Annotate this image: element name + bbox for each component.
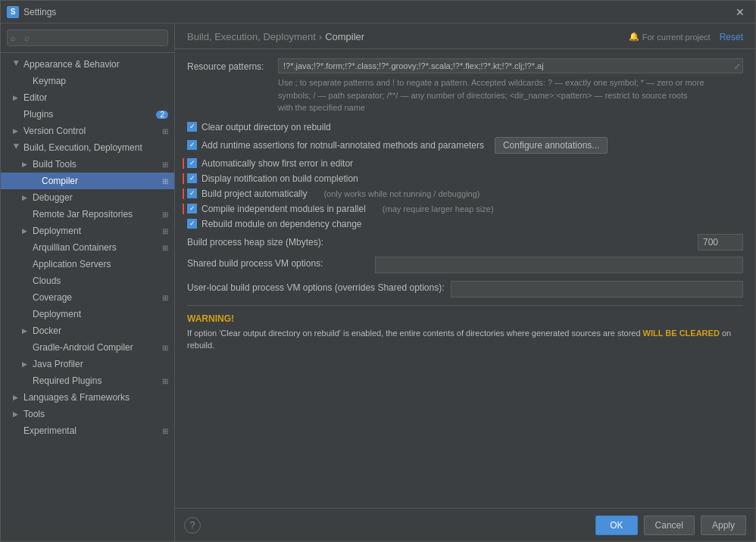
add-runtime-checkbox[interactable] xyxy=(187,140,197,150)
sidebar-item-label: Plugins xyxy=(23,109,53,120)
user-local-vm-input[interactable] xyxy=(451,281,744,297)
sidebar-item-label: Gradle-Android Compiler xyxy=(33,342,133,353)
settings-window: S Settings ✕ ⌕ ▶ Appearance & Behavior xyxy=(0,0,756,542)
sidebar-item-debugger[interactable]: ▶ Debugger xyxy=(1,189,174,206)
sidebar-item-arquillian[interactable]: Arquillian Containers ⊞ xyxy=(1,239,174,256)
sidebar-item-label: Build Tools xyxy=(33,159,77,170)
expand-icon: ⤢ xyxy=(734,62,740,70)
sidebar-item-label: Deployment xyxy=(33,309,81,319)
resource-patterns-input[interactable] xyxy=(278,58,743,73)
sidebar-item-gradle-android[interactable]: Gradle-Android Compiler ⊞ xyxy=(1,339,174,356)
arquillian-icon: ⊞ xyxy=(162,244,168,252)
sidebar-item-label: Java Profiler xyxy=(33,359,83,369)
add-runtime-row: Add runtime assertions for notnull-annot… xyxy=(187,137,743,154)
display-notif-checkbox[interactable] xyxy=(187,173,197,183)
sidebar-item-appearance[interactable]: ▶ Appearance & Behavior xyxy=(1,56,174,73)
sidebar-item-build-execution[interactable]: ▶ Build, Execution, Deployment xyxy=(1,139,174,156)
sidebar-item-plugins[interactable]: Plugins 2 xyxy=(1,106,174,123)
configure-annotations-button[interactable]: Configure annotations... xyxy=(495,137,608,154)
version-control-icon: ⊞ xyxy=(162,127,168,136)
resource-input-wrapper: ⤢ xyxy=(278,58,743,73)
remote-jar-icon: ⊞ xyxy=(162,210,168,219)
search-box: ⌕ xyxy=(1,23,174,53)
breadcrumb-arrow: › xyxy=(319,31,322,42)
search-icon: ⌕ xyxy=(11,33,16,42)
footer-left: ? xyxy=(184,517,201,534)
titlebar: S Settings ✕ xyxy=(1,1,755,23)
sidebar-item-app-servers[interactable]: Application Servers xyxy=(1,256,174,273)
main-panel: Build, Execution, Deployment › Compiler … xyxy=(175,23,755,541)
rebuild-module-checkbox[interactable] xyxy=(187,219,197,229)
sidebar-item-label: Application Servers xyxy=(33,259,111,269)
shared-vm-input[interactable] xyxy=(375,257,743,273)
heap-size-row: Build process heap size (Mbytes): xyxy=(187,234,743,251)
sidebar-item-version-control[interactable]: ▶ Version Control ⊞ xyxy=(1,123,174,139)
sidebar-item-label: Editor xyxy=(23,92,47,103)
deployment-icon: ⊞ xyxy=(162,227,168,235)
build-auto-note: (only works while not running / debuggin… xyxy=(323,189,480,198)
clear-output-row: Clear output directory on rebuild xyxy=(187,122,743,132)
auto-show-checkbox[interactable] xyxy=(187,158,197,168)
help-button[interactable]: ? xyxy=(184,517,201,534)
auto-show-row: Automatically show first error in editor xyxy=(183,158,743,169)
sidebar-item-experimental[interactable]: Experimental ⊞ xyxy=(1,422,174,439)
sidebar-item-label: Tools xyxy=(23,409,45,419)
panel-header: Build, Execution, Deployment › Compiler … xyxy=(175,23,755,49)
sidebar: ⌕ ▶ Appearance & Behavior Keymap ▶ Edito… xyxy=(1,23,175,541)
sidebar-item-deployment[interactable]: ▶ Deployment ⊞ xyxy=(1,223,174,239)
sidebar-item-coverage[interactable]: Coverage ⊞ xyxy=(1,289,174,306)
sidebar-item-tools[interactable]: ▶ Tools xyxy=(1,406,174,422)
window-title: Settings xyxy=(23,7,731,17)
settings-tree: ▶ Appearance & Behavior Keymap ▶ Editor … xyxy=(1,53,174,541)
sidebar-item-editor[interactable]: ▶ Editor xyxy=(1,89,174,106)
build-auto-label: Build project automatically xyxy=(201,188,307,199)
cancel-button[interactable]: Cancel xyxy=(644,516,695,535)
sidebar-item-keymap[interactable]: Keymap xyxy=(1,73,174,89)
arrow-icon: ▶ xyxy=(13,127,20,135)
reset-button[interactable]: Reset xyxy=(720,32,743,42)
footer-buttons: OK Cancel Apply xyxy=(595,516,746,535)
sidebar-item-docker[interactable]: ▶ Docker xyxy=(1,322,174,339)
arrow-icon: ▶ xyxy=(22,360,30,368)
footer: ? OK Cancel Apply xyxy=(175,508,755,541)
sidebar-item-label: Compiler xyxy=(42,176,78,186)
sidebar-item-languages[interactable]: ▶ Languages & Frameworks xyxy=(1,389,174,406)
sidebar-item-label: Coverage xyxy=(33,292,72,303)
sidebar-item-java-profiler[interactable]: ▶ Java Profiler xyxy=(1,356,174,372)
compile-parallel-note: (may require larger heap size) xyxy=(383,204,494,213)
clear-output-checkbox[interactable] xyxy=(187,122,197,132)
shared-vm-row: Shared build process VM options: xyxy=(187,257,743,273)
arrow-icon: ▶ xyxy=(13,94,20,101)
app-icon: S xyxy=(7,6,19,18)
sidebar-item-label: Appearance & Behavior xyxy=(23,59,120,70)
warning-emphasis: WILL BE CLEARED xyxy=(643,329,720,338)
sidebar-item-label: Remote Jar Repositories xyxy=(33,209,133,220)
search-wrapper: ⌕ xyxy=(7,30,168,46)
rebuild-module-row: Rebuild module on dependency change xyxy=(187,219,743,229)
compile-parallel-checkbox[interactable] xyxy=(187,204,197,213)
build-auto-checkbox[interactable] xyxy=(187,188,197,198)
sidebar-item-remote-jar[interactable]: Remote Jar Repositories ⊞ xyxy=(1,206,174,223)
sidebar-item-deployment2[interactable]: Deployment xyxy=(1,306,174,322)
sidebar-item-compiler[interactable]: Compiler ⊞ xyxy=(1,173,174,189)
sidebar-item-clouds[interactable]: Clouds xyxy=(1,273,174,289)
warning-box: WARNING! If option 'Clear output directo… xyxy=(187,305,743,360)
ok-button[interactable]: OK xyxy=(595,516,637,535)
resource-patterns-row: Resource patterns: ⤢ xyxy=(187,58,743,73)
compile-parallel-label: Compile independent modules in parallel xyxy=(201,204,366,214)
apply-button[interactable]: Apply xyxy=(701,516,746,535)
header-right: 🔔 For current project Reset xyxy=(629,32,743,42)
close-button[interactable]: ✕ xyxy=(731,5,749,20)
arrow-icon: ▶ xyxy=(22,194,30,201)
sidebar-item-label: Languages & Frameworks xyxy=(23,392,130,403)
sidebar-item-build-tools[interactable]: ▶ Build Tools ⊞ xyxy=(1,156,174,173)
auto-show-label: Automatically show first error in editor xyxy=(201,158,353,169)
search-input[interactable] xyxy=(7,30,168,46)
add-runtime-label: Add runtime assertions for notnull-annot… xyxy=(201,140,484,151)
display-notif-label: Display notification on build completion xyxy=(201,173,358,184)
sidebar-item-required-plugins[interactable]: Required Plugins ⊞ xyxy=(1,372,174,389)
arrow-icon: ▶ xyxy=(13,394,20,401)
sidebar-item-label: Debugger xyxy=(33,192,73,203)
heap-size-input[interactable] xyxy=(698,234,743,251)
shared-vm-label: Shared build process VM options: xyxy=(187,257,369,269)
